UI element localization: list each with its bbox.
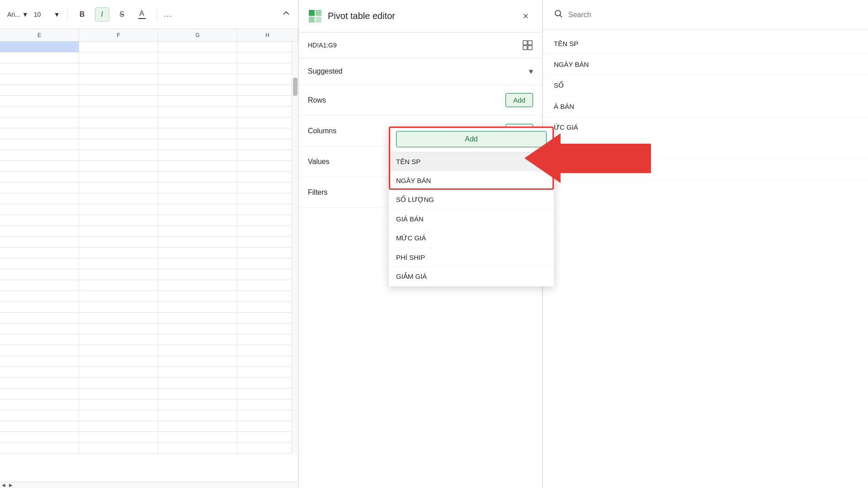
cell-h28[interactable] <box>237 334 298 345</box>
cell-h13[interactable] <box>237 172 298 182</box>
cell-e23[interactable] <box>0 280 79 291</box>
cell-e16[interactable] <box>0 204 79 215</box>
font-size-selector[interactable]: 10 ▼ <box>34 11 60 18</box>
field-item-ngay-ban[interactable]: NGÀY BÁN <box>543 54 868 75</box>
cell-f4[interactable] <box>79 74 158 84</box>
cell-h36[interactable] <box>237 421 298 432</box>
underline-button[interactable]: A <box>135 7 149 22</box>
cell-g16[interactable] <box>158 204 237 215</box>
cell-h19[interactable] <box>237 237 298 247</box>
cell-e17[interactable] <box>0 215 79 225</box>
cell-h14[interactable] <box>237 183 298 193</box>
cell-e36[interactable] <box>0 421 79 432</box>
cell-e33[interactable] <box>0 389 79 399</box>
field-item-so[interactable]: SỐ <box>543 75 868 96</box>
cell-h22[interactable] <box>237 269 298 280</box>
cell-e14[interactable] <box>0 183 79 193</box>
scroll-left-arrow[interactable]: ◀ <box>2 483 5 488</box>
cell-h35[interactable] <box>237 410 298 421</box>
cell-g32[interactable] <box>158 378 237 388</box>
cell-g28[interactable] <box>158 334 237 345</box>
cell-f6[interactable] <box>79 96 158 106</box>
cell-g25[interactable] <box>158 302 237 312</box>
font-selector[interactable]: Ari... ▼ <box>7 11 28 18</box>
cell-h25[interactable] <box>237 302 298 312</box>
cell-g6[interactable] <box>158 96 237 106</box>
cell-h10[interactable] <box>237 139 298 150</box>
cell-e5[interactable] <box>0 85 79 95</box>
cell-g13[interactable] <box>158 172 237 182</box>
cell-e7[interactable] <box>0 107 79 117</box>
cell-g26[interactable] <box>158 313 237 323</box>
cell-f13[interactable] <box>79 172 158 182</box>
cell-e1[interactable] <box>0 42 79 52</box>
cell-h5[interactable] <box>237 85 298 95</box>
cell-g8[interactable] <box>158 117 237 128</box>
cell-g11[interactable] <box>158 150 237 160</box>
cell-e25[interactable] <box>0 302 79 312</box>
col-header-f[interactable]: F <box>79 29 158 41</box>
cell-h38[interactable] <box>237 443 298 453</box>
dropdown-item-muc-gia[interactable]: MỨC GIÁ <box>389 229 554 248</box>
cell-e29[interactable] <box>0 345 79 356</box>
field-item-a-ban[interactable]: Á BÁN <box>543 96 868 117</box>
cell-e13[interactable] <box>0 172 79 182</box>
cell-h12[interactable] <box>237 161 298 171</box>
cell-g21[interactable] <box>158 258 237 269</box>
cell-e8[interactable] <box>0 117 79 128</box>
cell-f21[interactable] <box>79 258 158 269</box>
cell-f9[interactable] <box>79 128 158 139</box>
cell-f20[interactable] <box>79 248 158 258</box>
cell-f32[interactable] <box>79 378 158 388</box>
pivot-close-button[interactable]: × <box>519 9 533 23</box>
cell-f17[interactable] <box>79 215 158 225</box>
cell-f7[interactable] <box>79 107 158 117</box>
cell-g4[interactable] <box>158 74 237 84</box>
cell-h26[interactable] <box>237 313 298 323</box>
cell-g22[interactable] <box>158 269 237 280</box>
cell-f24[interactable] <box>79 291 158 301</box>
cell-f36[interactable] <box>79 421 158 432</box>
cell-f16[interactable] <box>79 204 158 215</box>
cell-f15[interactable] <box>79 193 158 204</box>
more-options-button[interactable]: ... <box>164 9 172 19</box>
rows-add-button[interactable]: Add <box>505 93 533 107</box>
cell-f34[interactable] <box>79 399 158 410</box>
cell-e24[interactable] <box>0 291 79 301</box>
cell-f28[interactable] <box>79 334 158 345</box>
cell-h6[interactable] <box>237 96 298 106</box>
cell-h2[interactable] <box>237 52 298 63</box>
cell-h1[interactable] <box>237 42 298 52</box>
cell-h11[interactable] <box>237 150 298 160</box>
italic-button[interactable]: I <box>95 7 109 22</box>
cell-h31[interactable] <box>237 367 298 377</box>
cell-f5[interactable] <box>79 85 158 95</box>
cell-g17[interactable] <box>158 215 237 225</box>
col-header-h[interactable]: H <box>237 29 298 41</box>
cell-h7[interactable] <box>237 107 298 117</box>
col-header-e[interactable]: E <box>0 29 79 41</box>
cell-g33[interactable] <box>158 389 237 399</box>
cell-h21[interactable] <box>237 258 298 269</box>
bold-button[interactable]: B <box>75 7 90 22</box>
cell-f19[interactable] <box>79 237 158 247</box>
dropdown-item-giam-gia[interactable]: GIẢM GIÁ <box>389 267 554 286</box>
cell-e4[interactable] <box>0 74 79 84</box>
cell-e27[interactable] <box>0 324 79 334</box>
cell-e21[interactable] <box>0 258 79 269</box>
cell-e20[interactable] <box>0 248 79 258</box>
field-item-ten-sp[interactable]: TÊN SP <box>543 33 868 54</box>
cell-f11[interactable] <box>79 150 158 160</box>
suggested-dropdown-icon[interactable]: ▾ <box>529 66 533 76</box>
cell-e34[interactable] <box>0 399 79 410</box>
cell-g27[interactable] <box>158 324 237 334</box>
scroll-right-arrow[interactable]: ▶ <box>9 483 13 488</box>
cell-h34[interactable] <box>237 399 298 410</box>
cell-f25[interactable] <box>79 302 158 312</box>
cell-e19[interactable] <box>0 237 79 247</box>
cell-e22[interactable] <box>0 269 79 280</box>
cell-h16[interactable] <box>237 204 298 215</box>
dropdown-item-gia-ban[interactable]: GIÁ BÁN <box>389 210 554 229</box>
cell-e12[interactable] <box>0 161 79 171</box>
vertical-scrollbar[interactable] <box>292 42 298 454</box>
